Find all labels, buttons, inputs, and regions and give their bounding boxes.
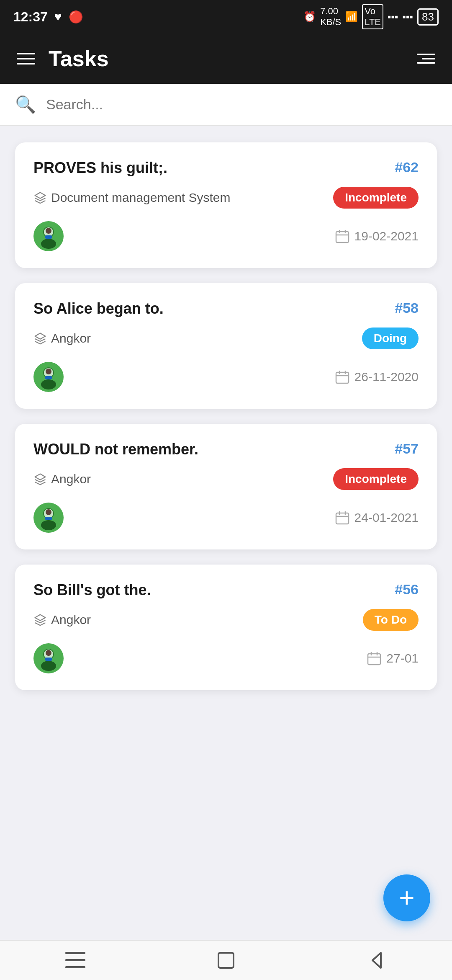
task-id: #58 bbox=[395, 300, 419, 316]
svg-point-3 bbox=[46, 228, 51, 234]
status-badge: Doing bbox=[362, 328, 419, 349]
svg-point-10 bbox=[41, 379, 56, 389]
card-footer: 26-11-2020 bbox=[33, 362, 419, 392]
task-id: #57 bbox=[395, 441, 419, 457]
svg-rect-4 bbox=[45, 235, 52, 239]
status-badge: Incomplete bbox=[333, 187, 419, 209]
bottom-nav-home[interactable] bbox=[209, 948, 243, 973]
svg-point-30 bbox=[46, 650, 51, 656]
volte-icon: VoLTE bbox=[362, 4, 383, 29]
search-input[interactable] bbox=[46, 96, 437, 113]
card-footer: 24-01-2021 bbox=[33, 503, 419, 533]
header-left: Tasks bbox=[17, 46, 109, 71]
card-middle: Angkor Incomplete bbox=[33, 468, 419, 490]
card-middle: Angkor To Do bbox=[33, 609, 419, 631]
date-text: 24-01-2021 bbox=[354, 511, 419, 525]
status-badge: To Do bbox=[363, 609, 419, 631]
layers-icon bbox=[33, 613, 47, 627]
svg-rect-23 bbox=[336, 513, 349, 524]
card-footer: 27-01 bbox=[33, 643, 419, 673]
svg-rect-32 bbox=[368, 654, 380, 665]
svg-rect-39 bbox=[218, 953, 234, 968]
search-bar: 🔍 bbox=[0, 84, 452, 126]
task-card[interactable]: So Alice began to. #58 Angkor Doing bbox=[15, 283, 437, 409]
signal2-icon: ▪▪▪ bbox=[403, 11, 413, 23]
heart-icon: ♥ bbox=[54, 10, 62, 24]
card-header: PROVES his guilt;. #62 bbox=[33, 159, 419, 177]
plus-icon: + bbox=[399, 885, 414, 911]
speed-text: 7.00KB/S bbox=[320, 6, 341, 28]
date-text: 19-02-2021 bbox=[354, 229, 419, 243]
task-title: PROVES his guilt;. bbox=[33, 159, 395, 177]
card-middle: Angkor Doing bbox=[33, 328, 419, 349]
svg-point-19 bbox=[41, 520, 56, 530]
alarm-icon: ⏰ bbox=[303, 11, 316, 23]
task-title: WOULD not remember. bbox=[33, 441, 395, 458]
app-header: Tasks bbox=[0, 34, 452, 84]
status-badge: Incomplete bbox=[333, 468, 419, 490]
avatar bbox=[33, 221, 64, 251]
bottom-nav-back[interactable] bbox=[360, 948, 393, 973]
project-name: Angkor bbox=[51, 472, 91, 486]
calendar-icon bbox=[367, 651, 381, 665]
filter-button[interactable] bbox=[417, 54, 435, 64]
search-icon: 🔍 bbox=[15, 95, 36, 114]
status-left: 12:37 ♥ 🔴 bbox=[13, 9, 83, 25]
task-id: #62 bbox=[395, 159, 419, 175]
tasks-list: PROVES his guilt;. #62 Document manageme… bbox=[0, 126, 452, 940]
status-right: ⏰ 7.00KB/S 📶 VoLTE ▪▪▪ ▪▪▪ 83 bbox=[303, 4, 439, 29]
svg-point-21 bbox=[46, 509, 51, 515]
calendar-icon bbox=[335, 370, 349, 384]
svg-point-12 bbox=[46, 369, 51, 374]
svg-rect-36 bbox=[65, 952, 85, 954]
svg-marker-40 bbox=[372, 953, 381, 968]
task-date: 27-01 bbox=[367, 651, 419, 665]
hamburger-menu-button[interactable] bbox=[17, 53, 35, 64]
project-name: Angkor bbox=[51, 331, 91, 346]
svg-point-1 bbox=[41, 239, 56, 249]
status-time: 12:37 bbox=[13, 9, 48, 25]
square-icon bbox=[217, 951, 235, 970]
svg-rect-14 bbox=[336, 372, 349, 383]
project-name: Document management System bbox=[51, 191, 231, 205]
task-title: So Alice began to. bbox=[33, 300, 395, 317]
avatar bbox=[33, 362, 64, 392]
notification-icon: 🔴 bbox=[69, 10, 83, 24]
svg-rect-5 bbox=[336, 232, 349, 242]
card-header: WOULD not remember. #57 bbox=[33, 441, 419, 458]
card-header: So Alice began to. #58 bbox=[33, 300, 419, 317]
svg-point-28 bbox=[41, 661, 56, 671]
calendar-icon bbox=[335, 511, 349, 525]
avatar bbox=[33, 643, 64, 673]
bottom-navigation bbox=[0, 940, 452, 980]
task-project: Angkor bbox=[33, 472, 91, 486]
svg-rect-13 bbox=[45, 376, 52, 379]
calendar-icon bbox=[335, 229, 349, 243]
task-card[interactable]: WOULD not remember. #57 Angkor Incomplet… bbox=[15, 424, 437, 549]
svg-rect-22 bbox=[45, 517, 52, 520]
svg-rect-37 bbox=[65, 959, 85, 961]
date-text: 27-01 bbox=[386, 651, 419, 665]
layers-icon bbox=[33, 472, 47, 486]
task-project: Document management System bbox=[33, 191, 231, 205]
signal1-icon: ▪▪▪ bbox=[388, 11, 398, 23]
bottom-nav-menu[interactable] bbox=[59, 948, 92, 973]
card-middle: Document management System Incomplete bbox=[33, 187, 419, 209]
svg-rect-31 bbox=[45, 658, 52, 661]
task-date: 24-01-2021 bbox=[335, 511, 419, 525]
task-date: 26-11-2020 bbox=[335, 370, 419, 384]
task-project: Angkor bbox=[33, 613, 91, 627]
project-name: Angkor bbox=[51, 613, 91, 627]
task-project: Angkor bbox=[33, 331, 91, 346]
back-icon bbox=[367, 951, 386, 970]
wifi-icon: 📶 bbox=[345, 11, 358, 23]
add-task-button[interactable]: + bbox=[383, 874, 430, 921]
task-card[interactable]: So Bill's got the. #56 Angkor To Do bbox=[15, 565, 437, 690]
task-card[interactable]: PROVES his guilt;. #62 Document manageme… bbox=[15, 142, 437, 268]
card-footer: 19-02-2021 bbox=[33, 221, 419, 251]
task-id: #56 bbox=[395, 581, 419, 598]
page-title: Tasks bbox=[49, 46, 109, 71]
avatar bbox=[33, 503, 64, 533]
task-date: 19-02-2021 bbox=[335, 229, 419, 243]
card-header: So Bill's got the. #56 bbox=[33, 581, 419, 599]
